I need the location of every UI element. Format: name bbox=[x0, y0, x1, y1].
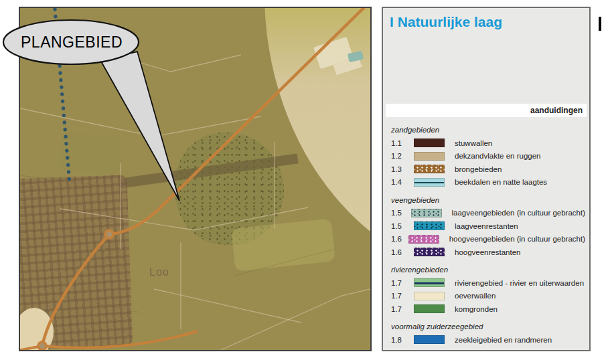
legend-code: 1.5 bbox=[391, 222, 414, 230]
legend-row: 1.7 oeverwallen bbox=[391, 292, 585, 300]
place-label: Loo bbox=[149, 266, 169, 278]
legend-swatch bbox=[414, 278, 445, 287]
legend-label: rivierengebied - rivier en uiterwaarden bbox=[455, 279, 584, 287]
legend-title: I Natuurlijke laag bbox=[390, 14, 502, 30]
legend-group-zandgebieden: zandgebieden 1.1 stuwwallen 1.2 dekzandv… bbox=[391, 126, 585, 187]
legend-group-veengebieden: veengebieden 1.5 laagveengebieden (in cu… bbox=[391, 196, 585, 257]
aanduidingen-bar: aanduidingen bbox=[386, 104, 587, 117]
legend-group-name: veengebieden bbox=[391, 196, 585, 204]
legend-swatch bbox=[414, 335, 445, 344]
legend-row: 1.2 dekzandvlakte en ruggen bbox=[391, 152, 585, 161]
legend-group-name: voormalig zuiderzeegebied bbox=[391, 323, 585, 331]
legend-code: 1.7 bbox=[391, 292, 414, 300]
legend-code: 1.2 bbox=[391, 152, 414, 160]
roundabout bbox=[38, 342, 46, 350]
callout-label: PLANGEBIED bbox=[16, 33, 127, 52]
legend-code: 1.6 bbox=[391, 248, 414, 256]
legend-code: 1.3 bbox=[391, 165, 414, 173]
legend-swatch bbox=[414, 304, 445, 313]
page: Loo PLANGEBIED I Natuurlijke laag aandui… bbox=[0, 0, 608, 364]
legend-swatch bbox=[414, 221, 445, 230]
legend-row: 1.5 laagveenrestanten bbox=[391, 221, 585, 230]
legend-label: komgronden bbox=[455, 305, 498, 313]
legend-code: 1.6 bbox=[391, 235, 408, 243]
legend-group-name: rivierengebieden bbox=[391, 266, 585, 274]
legend-panel: I Natuurlijke laag aanduidingen zandgebi… bbox=[382, 7, 591, 351]
legend-label: dekzandvlakte en ruggen bbox=[455, 152, 541, 160]
legend-label: beekdalen en natte laagtes bbox=[455, 178, 547, 186]
cropped-edge-mark bbox=[599, 17, 601, 31]
legend-code: 1.5 bbox=[391, 209, 411, 217]
legend-code: 1.8 bbox=[391, 336, 414, 344]
legend-row: 1.1 stuwwallen bbox=[391, 139, 585, 147]
legend-row: 1.7 komgronden bbox=[391, 304, 585, 313]
legend-code: 1.7 bbox=[391, 279, 414, 287]
legend-swatch bbox=[411, 209, 442, 217]
legend-label: stuwwallen bbox=[455, 139, 492, 147]
legend-swatch bbox=[414, 292, 445, 300]
legend-label: oeverwallen bbox=[455, 292, 496, 300]
legend-label: brongebieden bbox=[455, 165, 502, 173]
roundabout bbox=[105, 230, 113, 238]
legend-label: laagveengebieden (in cultuur gebracht) bbox=[452, 209, 585, 217]
legend-swatch bbox=[408, 235, 439, 244]
legend-swatch bbox=[414, 152, 445, 161]
legend-row: 1.5 laagveengebieden (in cultuur gebrach… bbox=[391, 209, 585, 217]
legend-code: 1.7 bbox=[391, 305, 414, 313]
legend-row: 1.6 hoogveengebieden (in cultuur gebrach… bbox=[391, 235, 585, 244]
legend-code: 1.4 bbox=[391, 178, 414, 186]
legend-swatch bbox=[414, 165, 445, 173]
aanduidingen-label: aanduidingen bbox=[530, 106, 587, 115]
map-roads-and-markers bbox=[20, 8, 370, 350]
legend-row: 1.7 rivierengebied - rivier en uiterwaar… bbox=[391, 278, 585, 287]
legend-label: laagveenrestanten bbox=[455, 222, 518, 230]
legend-label: zeekleigebied en randmeren bbox=[455, 336, 552, 344]
legend-swatch bbox=[414, 178, 445, 187]
legend-swatch bbox=[414, 248, 445, 256]
legend-row: 1.3 brongebieden bbox=[391, 165, 585, 173]
legend-swatch bbox=[414, 139, 445, 147]
legend-code: 1.1 bbox=[391, 139, 414, 147]
topographic-map: Loo bbox=[19, 7, 372, 351]
legend-body: zandgebieden 1.1 stuwwallen 1.2 dekzandv… bbox=[391, 126, 585, 353]
legend-row: 1.8 zeekleigebied en randmeren bbox=[391, 335, 585, 344]
legend-group-name: zandgebieden bbox=[391, 126, 585, 134]
legend-row: 1.6 hoogveenrestanten bbox=[391, 248, 585, 256]
legend-group-zuiderzeegebied: voormalig zuiderzeegebied 1.8 zeekleigeb… bbox=[391, 323, 585, 344]
legend-row: 1.4 beekdalen en natte laagtes bbox=[391, 178, 585, 187]
legend-label: hoogveengebieden (in cultuur gebracht) bbox=[449, 235, 585, 243]
legend-label: hoogveenrestanten bbox=[455, 248, 520, 256]
legend-group-rivierengebieden: rivierengebieden 1.7 rivierengebied - ri… bbox=[391, 266, 585, 313]
